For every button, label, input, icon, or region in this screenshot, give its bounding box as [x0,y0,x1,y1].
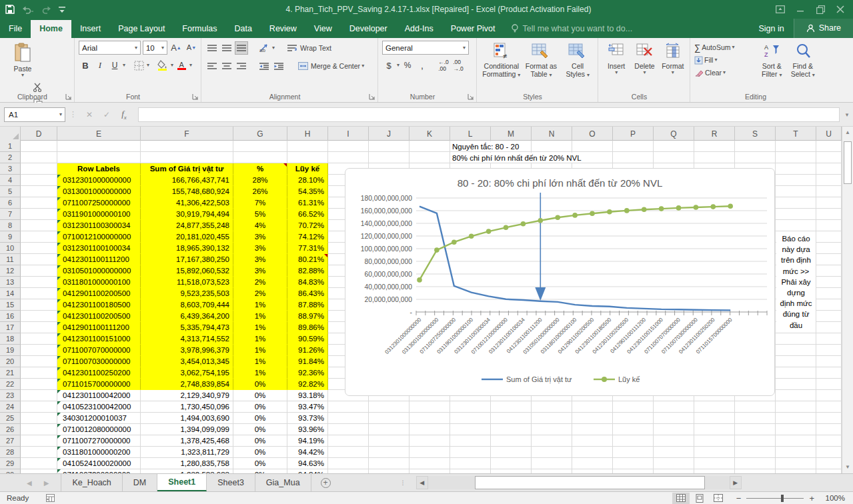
row-header-10[interactable]: 10 [0,243,21,254]
ribbon-tab-view[interactable]: View [305,20,341,38]
delete-cells-button[interactable]: Delete▾ [630,41,658,75]
cell-F9[interactable]: 20,181,020,455 [141,231,233,243]
cell-D13[interactable] [21,277,57,288]
font-color-icon[interactable]: A [175,59,188,72]
cell-I26[interactable] [328,424,369,435]
horizontal-scrollbar[interactable] [428,476,730,489]
cell-O28[interactable] [572,447,613,458]
cell-F18[interactable]: 4,313,714,552 [141,333,233,345]
increase-indent-icon[interactable] [272,59,285,73]
accounting-format-icon[interactable]: $ [382,59,395,72]
cell-E13[interactable]: 0311801000000100 [57,277,141,288]
cell-G11[interactable]: 3% [233,254,287,265]
column-header-D[interactable]: D [21,127,57,141]
cell-K1[interactable] [409,141,450,152]
cell-M29[interactable] [491,458,532,469]
cell-K27[interactable] [409,435,450,447]
paste-button[interactable]: Paste▾ [4,41,41,78]
cell-F5[interactable]: 155,748,680,924 [141,186,233,197]
ribbon-tab-review[interactable]: Review [261,20,305,38]
cell-D7[interactable] [21,209,57,220]
cell-M27[interactable] [491,435,532,447]
select-all-corner[interactable] [0,127,21,141]
vertical-scrollbar[interactable]: ▲ ▼ [842,127,853,473]
cell-E28[interactable]: 0311801000000200 [57,447,141,458]
cell-E15[interactable]: 0412301100180500 [57,299,141,311]
cell-U7[interactable] [816,209,842,220]
cell-D26[interactable] [21,424,57,435]
cell-H26[interactable]: 93.96% [287,424,328,435]
row-header-4[interactable]: 4 [0,175,21,186]
cell-E27[interactable]: 0711007270000000 [57,435,141,447]
cell-F22[interactable]: 2,748,839,854 [141,379,233,390]
cell-Q25[interactable] [654,413,694,424]
borders-icon[interactable] [132,59,145,72]
sheet-tab-sheet3[interactable]: Sheet3 [207,474,255,491]
row-header-9[interactable]: 9 [0,231,21,243]
scroll-up-icon[interactable]: ▲ [842,127,853,139]
cell-F1[interactable] [141,141,233,152]
cell-U13[interactable] [816,277,842,288]
cell-R25[interactable] [694,413,735,424]
cell-I29[interactable] [328,458,369,469]
cell-T19[interactable] [776,345,816,356]
clear-button[interactable]: Clear▾ [694,67,756,78]
cell-U23[interactable] [816,390,842,401]
cell-G16[interactable]: 1% [233,311,287,322]
underline-button[interactable]: U [108,59,121,72]
cell-O27[interactable] [572,435,613,447]
zoom-in-icon[interactable]: + [809,493,814,503]
cell-D23[interactable] [21,390,57,401]
cell-M25[interactable] [491,413,532,424]
ribbon-tab-formulas[interactable]: Formulas [173,20,225,38]
cell-K2[interactable] [409,152,450,163]
cell-N26[interactable] [532,424,572,435]
format-cells-button[interactable]: Format▾ [659,41,687,75]
ribbon-tab-add-ins[interactable]: Add-Ins [396,20,442,38]
cell-Q1[interactable] [654,141,694,152]
cell-U25[interactable] [816,413,842,424]
cell-M26[interactable] [491,424,532,435]
align-top-icon[interactable] [205,41,219,55]
formula-input[interactable] [138,107,840,122]
row-header-28[interactable]: 28 [0,447,21,458]
cell-S2[interactable] [735,152,776,163]
cell-U26[interactable] [816,424,842,435]
cell-U10[interactable] [816,243,842,254]
cell-F19[interactable]: 3,978,996,379 [141,345,233,356]
row-header-8[interactable]: 8 [0,220,21,231]
row-header-19[interactable]: 19 [0,345,21,356]
cell-U8[interactable] [816,220,842,231]
scroll-down-icon[interactable]: ▼ [842,461,853,473]
macro-record-icon[interactable] [46,494,55,502]
cell-G3[interactable]: % [233,163,287,175]
cell-R2[interactable] [694,152,735,163]
increase-font-icon[interactable]: A▲ [169,41,183,54]
cell-S28[interactable] [735,447,776,458]
cell-U12[interactable] [816,265,842,277]
cell-R29[interactable] [694,458,735,469]
cancel-formula-icon[interactable]: ✕ [81,110,98,119]
cell-U1[interactable] [816,141,842,152]
font-family-select[interactable]: Arial▾ [79,41,141,55]
cell-J29[interactable] [369,458,409,469]
cell-E22[interactable]: 0711015700000000 [57,379,141,390]
alignment-dialog-launcher[interactable] [369,93,375,100]
ribbon-tab-insert[interactable]: Insert [71,20,109,38]
zoom-level[interactable]: 100% [822,494,853,502]
row-header-16[interactable]: 16 [0,311,21,322]
cell-U21[interactable] [816,367,842,379]
column-header-T[interactable]: T [776,127,816,141]
cell-E14[interactable]: 0412901100200500 [57,288,141,299]
cell-P1[interactable] [613,141,654,152]
cell-U17[interactable] [816,322,842,333]
row-header-23[interactable]: 23 [0,390,21,401]
cell-F14[interactable]: 9,523,235,503 [141,288,233,299]
cell-F21[interactable]: 3,062,754,195 [141,367,233,379]
ribbon-tab-page-layout[interactable]: Page Layout [109,20,173,38]
cell-L29[interactable] [450,458,491,469]
bold-button[interactable]: B [79,59,92,72]
cell-F15[interactable]: 8,603,709,444 [141,299,233,311]
hscroll-right-icon[interactable]: ▶ [730,476,742,489]
page-layout-view-button[interactable] [691,493,708,504]
